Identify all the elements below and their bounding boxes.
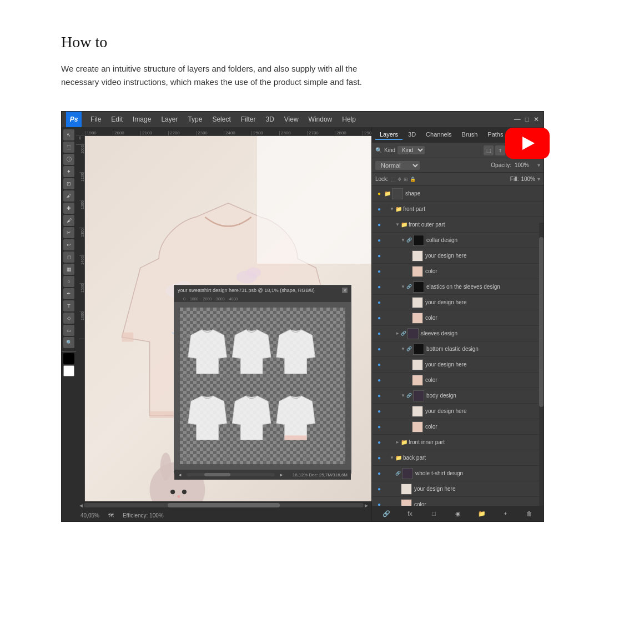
layer-front-inner-part[interactable]: ● ► 📁 front inner part xyxy=(372,435,544,450)
tab-layers[interactable]: Layers xyxy=(375,130,402,140)
expand-icon[interactable]: ► xyxy=(395,331,400,336)
tool-dodge[interactable]: ○ xyxy=(63,276,74,287)
layer-design-here-1[interactable]: ● your design here xyxy=(372,248,544,264)
tool-heal[interactable]: ✚ xyxy=(63,203,74,214)
menu-type[interactable]: Type xyxy=(183,114,207,124)
tool-eraser[interactable]: ◻ xyxy=(63,251,74,263)
filter-text-icon[interactable]: T xyxy=(495,145,505,155)
layer-visibility-color4[interactable]: ● xyxy=(374,422,384,432)
delete-layer-btn[interactable]: 🗑 xyxy=(524,508,535,519)
expand-icon[interactable]: ▼ xyxy=(401,346,405,351)
mask-btn[interactable]: □ xyxy=(429,508,440,519)
layer-design-here-3[interactable]: ● your design here xyxy=(372,357,544,373)
tool-history[interactable]: ↩ xyxy=(63,239,74,250)
horizontal-scrollbar[interactable]: ◄ ► xyxy=(76,501,371,509)
inner-close-btn[interactable]: ✕ xyxy=(342,288,348,293)
win-maximize[interactable]: □ xyxy=(525,115,529,123)
layer-front-part[interactable]: ● ▼ 📁 front part xyxy=(372,202,544,217)
layer-visibility-design3[interactable]: ● xyxy=(374,360,384,370)
layer-visibility-front-outer-part[interactable]: ● xyxy=(374,220,384,230)
layer-visibility-design1[interactable]: ● xyxy=(374,251,384,261)
fx-btn[interactable]: fx xyxy=(405,508,416,519)
tool-clone[interactable]: ✂ xyxy=(63,227,74,238)
tool-eyedropper[interactable]: 🖋 xyxy=(63,190,74,202)
layer-design-here-4[interactable]: ● your design here xyxy=(372,404,544,419)
menu-window[interactable]: Window xyxy=(304,114,337,124)
menu-image[interactable]: Image xyxy=(128,114,155,124)
layer-visibility-whole[interactable]: ● xyxy=(374,469,384,479)
expand-icon[interactable]: ▼ xyxy=(401,393,405,398)
design-preview-window[interactable]: your sweatshirt design here731.psb @ 18,… xyxy=(174,285,351,474)
tab-paths[interactable]: Paths xyxy=(483,130,507,140)
tab-channels[interactable]: Channels xyxy=(421,130,456,140)
blend-mode-dropdown[interactable]: Normal xyxy=(375,161,420,170)
tool-crop[interactable]: ⊡ xyxy=(63,178,74,189)
layer-color-1[interactable]: ● color xyxy=(372,264,544,279)
layer-bottom-elastic[interactable]: ● ▼ 🔗 bottom elastic design xyxy=(372,341,544,357)
new-group-btn[interactable]: 📁 xyxy=(476,508,487,519)
layer-visibility-color3[interactable]: ● xyxy=(374,375,384,385)
layer-visibility-collar[interactable]: ● xyxy=(374,235,384,245)
win-close[interactable]: ✕ xyxy=(534,115,539,123)
layer-color-2[interactable]: ● color xyxy=(372,310,544,326)
link-layers-btn[interactable]: 🔗 xyxy=(381,508,392,519)
layer-collar-design[interactable]: ● ▼ 🔗 collar design xyxy=(372,233,544,248)
layer-visibility-body[interactable]: ● xyxy=(374,391,384,401)
layer-front-outer-part[interactable]: ● ▼ 📁 front outer part xyxy=(372,217,544,233)
layer-visibility-elastics[interactable]: ● xyxy=(374,282,384,292)
kind-dropdown[interactable]: Kind xyxy=(398,146,425,154)
layer-design-here-5[interactable]: ● your design here xyxy=(372,481,544,497)
layer-body-design[interactable]: ● ▼ 🔗 body design xyxy=(372,388,544,404)
menu-3d[interactable]: 3D xyxy=(261,114,278,124)
menu-layer[interactable]: Layer xyxy=(157,114,182,124)
lock-pixel-icon[interactable]: ⬚ xyxy=(391,177,396,182)
layer-visibility-shape[interactable]: ● xyxy=(374,189,384,199)
menu-select[interactable]: Select xyxy=(208,114,235,124)
win-minimize[interactable]: — xyxy=(514,115,521,123)
tool-path[interactable]: ◇ xyxy=(63,313,74,324)
tool-gradient[interactable]: ▦ xyxy=(63,264,74,275)
tool-shape[interactable]: ▭ xyxy=(63,325,74,336)
lock-all-icon[interactable]: 🔒 xyxy=(410,177,416,182)
layer-visibility-color2[interactable]: ● xyxy=(374,313,384,323)
layers-scrollbar[interactable] xyxy=(539,223,544,506)
new-layer-btn[interactable]: + xyxy=(500,508,511,519)
layer-visibility-back[interactable]: ● xyxy=(374,453,384,463)
tool-magic-wand[interactable]: ✦ xyxy=(63,166,74,177)
layer-shape[interactable]: ● 📁 shape xyxy=(372,186,544,202)
tool-zoom[interactable]: 🔍 xyxy=(63,337,74,348)
layer-elastics[interactable]: ● ▼ 🔗 elastics on the sleeves design xyxy=(372,279,544,295)
menu-edit[interactable]: Edit xyxy=(107,114,127,124)
canvas-content[interactable]: your sweatshirt design here731.psb @ 18,… xyxy=(85,136,371,501)
layer-color-5[interactable]: ● color xyxy=(372,497,544,506)
expand-icon[interactable]: ▼ xyxy=(401,238,405,243)
layer-visibility-design4[interactable]: ● xyxy=(374,406,384,416)
tool-brush[interactable]: 🖌 xyxy=(63,215,74,226)
tool-select-rect[interactable]: ⬚ xyxy=(63,142,74,153)
layer-visibility-bottom-elastic[interactable]: ● xyxy=(374,344,384,354)
expand-icon[interactable]: ▼ xyxy=(401,284,405,289)
tool-move[interactable]: ↖ xyxy=(63,129,74,140)
tool-pen[interactable]: ✒ xyxy=(63,288,74,299)
layer-visibility-front-inner[interactable]: ● xyxy=(374,437,384,447)
tool-text[interactable]: T xyxy=(63,300,74,311)
tab-brush[interactable]: Brush xyxy=(457,130,482,140)
lock-artboard-icon[interactable]: ⊞ xyxy=(404,177,408,182)
foreground-color[interactable] xyxy=(63,353,74,364)
fill-arrow[interactable]: ▾ xyxy=(537,176,540,182)
tool-lasso[interactable]: ⓛ xyxy=(63,154,74,165)
layer-visibility-design2[interactable]: ● xyxy=(374,298,384,308)
inner-canvas[interactable] xyxy=(174,302,351,470)
adjustment-btn[interactable]: ◉ xyxy=(452,508,464,519)
layer-visibility-sleeves[interactable]: ● xyxy=(374,329,384,339)
expand-icon[interactable]: ► xyxy=(395,440,400,445)
layers-list[interactable]: ● 📁 shape ● ▼ 📁 front part xyxy=(372,186,544,506)
lock-move-icon[interactable]: ✥ xyxy=(398,177,402,182)
layer-sleeves[interactable]: ● ► 🔗 sleeves design xyxy=(372,326,544,341)
expand-icon[interactable]: ▼ xyxy=(395,222,400,227)
layer-color-4[interactable]: ● color xyxy=(372,419,544,435)
background-color[interactable] xyxy=(63,365,74,376)
layer-design-here-2[interactable]: ● your design here xyxy=(372,295,544,310)
menu-filter[interactable]: Filter xyxy=(237,114,260,124)
layer-color-3[interactable]: ● color xyxy=(372,373,544,388)
